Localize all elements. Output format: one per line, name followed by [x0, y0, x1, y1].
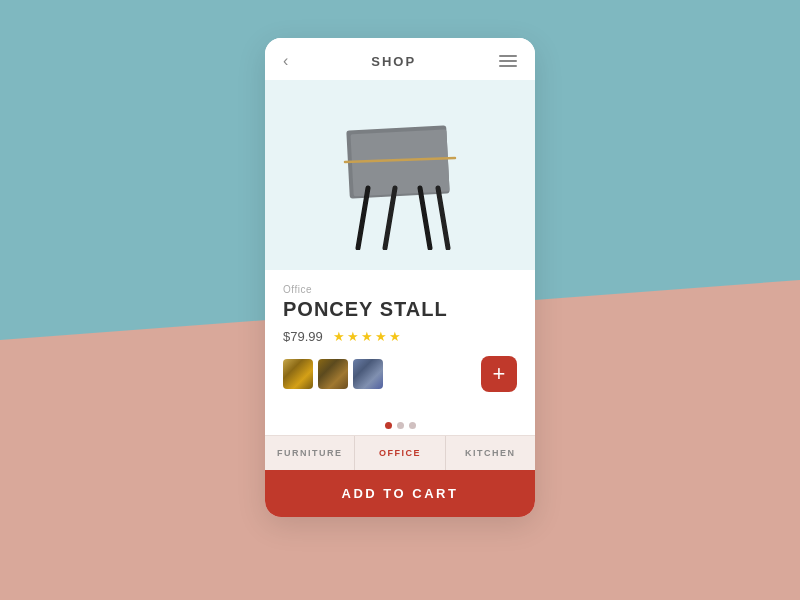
dot-1[interactable] [385, 422, 392, 429]
price-row: $79.99 ★ ★ ★ ★ ★ [283, 329, 517, 344]
star-2: ★ [347, 329, 359, 344]
product-image-area [265, 80, 535, 270]
svg-line-5 [420, 188, 430, 248]
color-swatches [283, 359, 383, 389]
card-header: ‹ SHOP [265, 38, 535, 80]
product-price: $79.99 [283, 329, 323, 344]
product-card: ‹ SHOP Office PONCEY STALL $79.99 ★ [265, 38, 535, 517]
options-row: + [283, 356, 517, 392]
pagination-dots [265, 414, 535, 435]
menu-button[interactable] [499, 55, 517, 67]
product-image [330, 100, 470, 250]
star-5: ★ [389, 329, 401, 344]
dot-3[interactable] [409, 422, 416, 429]
star-1: ★ [333, 329, 345, 344]
category-office[interactable]: OFFICE [355, 436, 445, 470]
product-info: Office PONCEY STALL $79.99 ★ ★ ★ ★ ★ + [265, 270, 535, 414]
add-to-cart-button[interactable]: ADD TO CART [265, 470, 535, 517]
shop-title: SHOP [371, 54, 416, 69]
swatch-1[interactable] [283, 359, 313, 389]
category-furniture[interactable]: FURNITURE [265, 436, 355, 470]
product-name: PONCEY STALL [283, 298, 517, 321]
svg-rect-1 [350, 129, 449, 196]
dot-2[interactable] [397, 422, 404, 429]
svg-line-4 [385, 188, 395, 248]
back-button[interactable]: ‹ [283, 52, 288, 70]
product-category: Office [283, 284, 517, 295]
category-tabs: FURNITURE OFFICE KITCHEN [265, 435, 535, 470]
quick-add-button[interactable]: + [481, 356, 517, 392]
menu-line-3 [499, 65, 517, 67]
star-3: ★ [361, 329, 373, 344]
star-4: ★ [375, 329, 387, 344]
star-rating: ★ ★ ★ ★ ★ [333, 329, 401, 344]
category-kitchen[interactable]: KITCHEN [446, 436, 535, 470]
swatch-3[interactable] [353, 359, 383, 389]
menu-line-1 [499, 55, 517, 57]
menu-line-2 [499, 60, 517, 62]
svg-line-6 [438, 188, 448, 248]
swatch-2[interactable] [318, 359, 348, 389]
